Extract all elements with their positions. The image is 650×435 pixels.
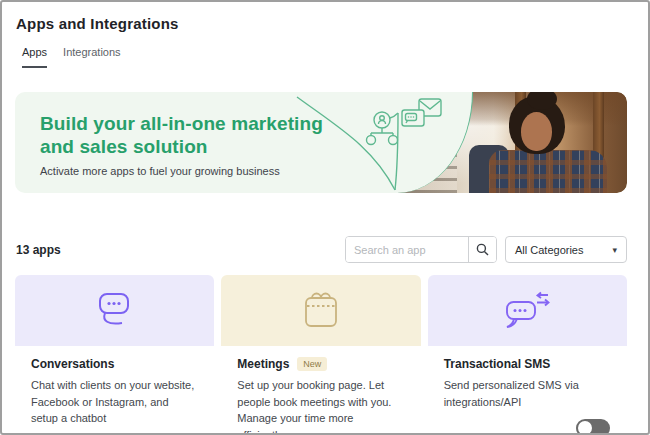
- card-description: Chat with clients on your website, Faceb…: [31, 377, 197, 427]
- transactional-sms-toggle[interactable]: [576, 419, 610, 435]
- app-card-grid: Conversations Chat with clients on your …: [15, 275, 627, 435]
- calendar-icon: [299, 290, 343, 332]
- category-filter-value: All Categories: [515, 244, 583, 256]
- apps-count: 13 apps: [15, 243, 61, 257]
- search-icon: [476, 243, 489, 256]
- chat-bubble-icon: [92, 291, 138, 331]
- new-badge: New: [297, 357, 327, 371]
- tab-bar: Apps Integrations: [22, 46, 648, 68]
- search-box: [345, 236, 497, 263]
- banner-text: Build your all-in-one marketing and sale…: [40, 112, 360, 177]
- card-body: Conversations Chat with clients on your …: [15, 346, 214, 435]
- woman-face: [521, 112, 552, 151]
- banner-subtitle: Activate more apps to fuel your growing …: [40, 165, 360, 177]
- app-card-meetings[interactable]: Meetings New Set up your booking page. L…: [221, 275, 420, 435]
- card-description: Set up your booking page. Let people boo…: [237, 377, 403, 435]
- tab-integrations[interactable]: Integrations: [63, 46, 120, 68]
- card-body: Transactional SMS Send personalized SMS …: [428, 346, 627, 435]
- card-title: Transactional SMS: [444, 357, 551, 371]
- banner-photo: [397, 92, 627, 193]
- woman-plaid-shirt: [489, 150, 607, 193]
- card-media: [428, 275, 627, 346]
- page-title: Apps and Integrations: [2, 2, 648, 32]
- apps-toolbar: 13 apps All Categories ▾: [15, 236, 627, 263]
- app-card-transactional-sms[interactable]: Transactional SMS Send personalized SMS …: [428, 275, 627, 435]
- card-title: Conversations: [31, 357, 114, 371]
- search-button[interactable]: [468, 237, 496, 262]
- banner-heading: Build your all-in-one marketing and sale…: [40, 112, 360, 158]
- chevron-down-icon: ▾: [612, 245, 617, 255]
- category-filter-dropdown[interactable]: All Categories ▾: [505, 236, 627, 263]
- card-media: [221, 275, 420, 346]
- search-input[interactable]: [346, 237, 468, 262]
- promo-banner: Build your all-in-one marketing and sale…: [15, 92, 627, 193]
- card-media: [15, 275, 214, 346]
- card-description: Send personalized SMS via integrations/A…: [444, 377, 610, 410]
- card-body: Meetings New Set up your booking page. L…: [221, 346, 420, 435]
- apps-and-integrations-page: Apps and Integrations Apps Integrations …: [0, 0, 650, 435]
- tab-apps[interactable]: Apps: [22, 46, 47, 68]
- sms-exchange-icon: [503, 290, 551, 332]
- app-card-conversations[interactable]: Conversations Chat with clients on your …: [15, 275, 214, 435]
- card-title: Meetings: [237, 357, 289, 371]
